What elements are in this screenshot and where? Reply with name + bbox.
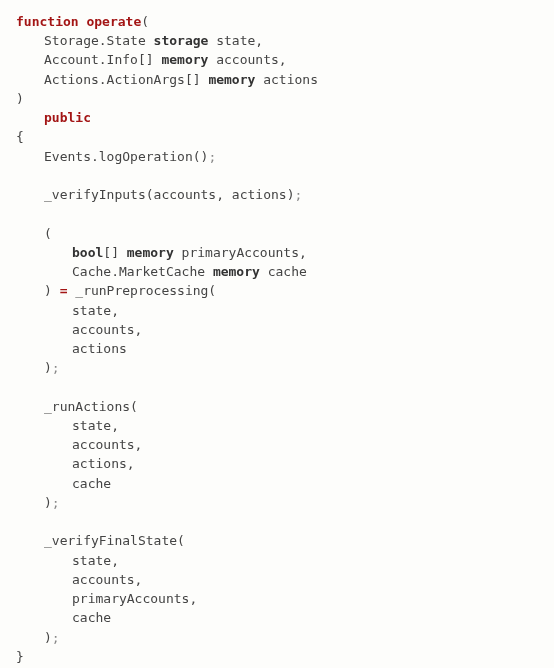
param-name: accounts, — [208, 52, 286, 67]
line-1: function operate( — [16, 14, 149, 29]
line-28: cache — [16, 610, 111, 625]
line-26: accounts, — [16, 572, 142, 587]
semicolon: ; — [208, 149, 216, 164]
line-30: } — [16, 649, 24, 664]
paren-close: ) — [44, 630, 52, 645]
memory-kw: memory — [161, 52, 208, 67]
param-name: actions — [255, 72, 318, 87]
arg: state, — [72, 553, 119, 568]
line-25: state, — [16, 553, 119, 568]
param-name: state, — [208, 33, 263, 48]
line-23: ); — [16, 495, 60, 510]
stmt: _verifyInputs(accounts, actions) — [44, 187, 294, 202]
line-10: ( — [16, 226, 52, 241]
keyword-function: function — [16, 14, 79, 29]
arg: state, — [72, 418, 119, 433]
line-2: Storage.State storage state, — [16, 33, 263, 48]
semicolon: ; — [52, 495, 60, 510]
line-19: state, — [16, 418, 119, 433]
line-7: { — [16, 129, 24, 144]
memory-kw: memory — [208, 72, 255, 87]
paren-open: ( — [141, 14, 149, 29]
arg: actions, — [72, 456, 135, 471]
paren-close: ) — [44, 495, 52, 510]
type-cache: Cache.MarketCache — [72, 264, 213, 279]
line-29: ); — [16, 630, 60, 645]
var-name: cache — [260, 264, 307, 279]
line-17: ); — [16, 360, 60, 375]
line-4: Actions.ActionArgs[] memory actions — [16, 72, 318, 87]
line-9: _verifyInputs(accounts, actions); — [16, 187, 302, 202]
line-24: _verifyFinalState( — [16, 533, 185, 548]
code-block: function operate( Storage.State storage … — [16, 12, 538, 666]
arg: actions — [72, 341, 127, 356]
brackets: [] — [103, 245, 126, 260]
line-20: accounts, — [16, 437, 142, 452]
line-15: accounts, — [16, 322, 142, 337]
line-6: public — [16, 110, 91, 125]
paren-close: ) — [44, 360, 52, 375]
arg: accounts, — [72, 437, 142, 452]
line-8: Events.logOperation(); — [16, 149, 216, 164]
param-type: Account.Info[] — [44, 52, 161, 67]
line-18: _runActions( — [16, 399, 138, 414]
line-3: Account.Info[] memory accounts, — [16, 52, 287, 67]
storage-kw: storage — [154, 33, 209, 48]
param-type: Storage.State — [44, 33, 154, 48]
memory-kw: memory — [213, 264, 260, 279]
line-12: Cache.MarketCache memory cache — [16, 264, 307, 279]
semicolon: ; — [52, 360, 60, 375]
param-type: Actions.ActionArgs[] — [44, 72, 208, 87]
arg: accounts, — [72, 572, 142, 587]
function-name: operate — [86, 14, 141, 29]
arg: primaryAccounts, — [72, 591, 197, 606]
call: _runPreprocessing( — [67, 283, 216, 298]
call: _verifyFinalState( — [44, 533, 185, 548]
line-22: cache — [16, 476, 111, 491]
call: _runActions( — [44, 399, 138, 414]
paren-close: ) — [44, 283, 60, 298]
line-27: primaryAccounts, — [16, 591, 197, 606]
arg: state, — [72, 303, 119, 318]
arg: accounts, — [72, 322, 142, 337]
line-16: actions — [16, 341, 127, 356]
semicolon: ; — [294, 187, 302, 202]
line-14: state, — [16, 303, 119, 318]
arg: cache — [72, 610, 111, 625]
paren-open: ( — [44, 226, 52, 241]
type-bool: bool — [72, 245, 103, 260]
keyword-public: public — [44, 110, 91, 125]
memory-kw: memory — [127, 245, 174, 260]
line-13: ) = _runPreprocessing( — [16, 283, 216, 298]
line-5: ) — [16, 91, 24, 106]
arg: cache — [72, 476, 111, 491]
var-name: primaryAccounts, — [174, 245, 307, 260]
line-11: bool[] memory primaryAccounts, — [16, 245, 307, 260]
semicolon: ; — [52, 630, 60, 645]
stmt: Events.logOperation() — [44, 149, 208, 164]
line-21: actions, — [16, 456, 135, 471]
